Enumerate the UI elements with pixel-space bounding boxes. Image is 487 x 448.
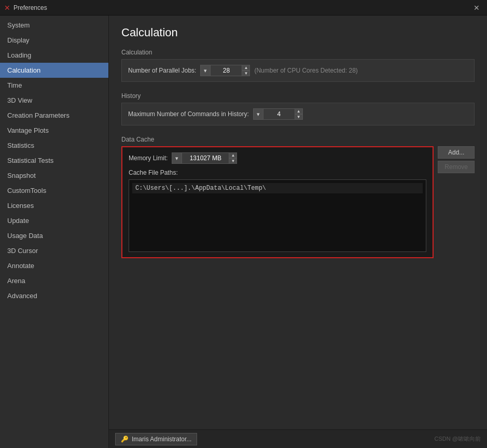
parallel-jobs-value: 28 — [211, 65, 242, 76]
max-commands-spinner: ▾ 4 ▲ ▼ — [253, 108, 303, 120]
memory-limit-value: 131027 MB — [182, 152, 229, 164]
data-cache-section-label: Data Cache — [121, 136, 475, 143]
max-commands-dropdown-btn[interactable]: ▾ — [253, 108, 263, 120]
data-cache-inner: Memory Limit: ▾ 131027 MB ▲ ▼ — [121, 146, 434, 258]
title-bar-title: Preferences — [13, 4, 47, 11]
calculation-section-box: Number of Parallel Jobs: ▾ 28 ▲ ▼ (Numbe… — [121, 59, 475, 82]
sidebar-item-update[interactable]: Update — [0, 213, 108, 228]
page-title: Calculation — [121, 26, 475, 39]
memory-limit-up[interactable]: ▲ — [229, 152, 237, 158]
admin-button[interactable]: 🔑 Imaris Administrator... — [115, 433, 197, 445]
history-section: History Maximum Number of Commands in Hi… — [121, 92, 475, 125]
admin-button-label: Imaris Administrator... — [132, 436, 191, 443]
sidebar-item-annotate[interactable]: Annotate — [0, 258, 108, 273]
sidebar-item-arena[interactable]: Arena — [0, 273, 108, 288]
sidebar-item-statistical-tests[interactable]: Statistical Tests — [0, 153, 108, 168]
history-section-box: Maximum Number of Commands in History: ▾… — [121, 103, 475, 125]
memory-limit-down[interactable]: ▼ — [229, 158, 237, 164]
calculation-section-label: Calculation — [121, 49, 475, 56]
calculation-section: Calculation Number of Parallel Jobs: ▾ 2… — [121, 49, 475, 82]
sidebar-item-creation-parameters[interactable]: Creation Parameters — [0, 108, 108, 123]
remove-cache-path-button[interactable]: Remove — [438, 161, 475, 173]
memory-limit-label: Memory Limit: — [129, 155, 168, 162]
parallel-jobs-hint: (Number of CPU Cores Detected: 28) — [254, 67, 357, 74]
max-commands-row: Maximum Number of Commands in History: ▾… — [128, 108, 468, 120]
data-cache-main: Memory Limit: ▾ 131027 MB ▲ ▼ — [121, 146, 434, 258]
content-area: Calculation Calculation Number of Parall… — [109, 16, 487, 448]
sidebar-item-time[interactable]: Time — [0, 78, 108, 93]
parallel-jobs-updown: ▲ ▼ — [242, 65, 250, 76]
parallel-jobs-down[interactable]: ▼ — [242, 71, 250, 76]
max-commands-value: 4 — [263, 108, 295, 120]
sidebar-item-display[interactable]: Display — [0, 33, 108, 48]
main-layout: System Display Loading Calculation Time … — [0, 16, 487, 448]
sidebar-item-advanced[interactable]: Advanced — [0, 288, 108, 303]
memory-limit-row: Memory Limit: ▾ 131027 MB ▲ ▼ — [129, 152, 426, 164]
add-cache-path-button[interactable]: Add... — [438, 146, 475, 159]
bottom-bar: 🔑 Imaris Administrator... CSDN @哝哝向前 — [109, 429, 487, 448]
sidebar-item-statistics[interactable]: Statistics — [0, 138, 108, 153]
memory-limit-updown: ▲ ▼ — [229, 152, 237, 164]
watermark: CSDN @哝哝向前 — [435, 435, 481, 443]
memory-limit-dropdown-btn[interactable]: ▾ — [172, 152, 182, 164]
memory-limit-spinner: ▾ 131027 MB ▲ ▼ — [172, 152, 237, 164]
data-cache-wrapper: Memory Limit: ▾ 131027 MB ▲ ▼ — [121, 146, 475, 258]
max-commands-down[interactable]: ▼ — [295, 114, 303, 120]
parallel-jobs-row: Number of Parallel Jobs: ▾ 28 ▲ ▼ (Numbe… — [128, 65, 468, 76]
data-cache-section: Data Cache Memory Limit: ▾ 131027 MB ▲ — [121, 136, 475, 258]
title-bar: ✕ Preferences ✕ — [0, 0, 487, 16]
sidebar-item-vantage-plots[interactable]: Vantage Plots — [0, 123, 108, 138]
sidebar: System Display Loading Calculation Time … — [0, 16, 109, 448]
history-section-label: History — [121, 92, 475, 100]
sidebar-item-snapshot[interactable]: Snapshot — [0, 168, 108, 183]
sidebar-item-usage-data[interactable]: Usage Data — [0, 228, 108, 243]
parallel-jobs-spinner: ▾ 28 ▲ ▼ — [200, 65, 250, 76]
max-commands-label: Maximum Number of Commands in History: — [128, 110, 249, 118]
sidebar-item-licenses[interactable]: Licenses — [0, 198, 108, 213]
admin-icon: 🔑 — [121, 436, 129, 443]
sidebar-item-3d-view[interactable]: 3D View — [0, 93, 108, 108]
max-commands-up[interactable]: ▲ — [295, 108, 303, 114]
cache-path-item: C:\Users\[...].\AppData\Local\Temp\ — [132, 183, 423, 193]
sidebar-item-loading[interactable]: Loading — [0, 48, 108, 63]
close-button[interactable]: ✕ — [470, 3, 483, 13]
title-bar-left: ✕ Preferences — [4, 4, 47, 12]
parallel-jobs-dropdown-btn[interactable]: ▾ — [200, 65, 211, 76]
sidebar-item-3d-cursor[interactable]: 3D Cursor — [0, 243, 108, 258]
parallel-jobs-up[interactable]: ▲ — [242, 65, 250, 71]
cache-paths-label: Cache File Paths: — [129, 169, 426, 176]
max-commands-updown: ▲ ▼ — [295, 108, 303, 120]
sidebar-item-calculation[interactable]: Calculation — [0, 63, 108, 78]
cache-action-buttons: Add... Remove — [438, 146, 475, 173]
cache-paths-area: C:\Users\[...].\AppData\Local\Temp\ — [129, 179, 426, 252]
parallel-jobs-label: Number of Parallel Jobs: — [128, 67, 196, 74]
sidebar-item-system[interactable]: System — [0, 18, 108, 33]
app-icon: ✕ — [4, 4, 10, 12]
sidebar-item-custom-tools[interactable]: CustomTools — [0, 183, 108, 198]
